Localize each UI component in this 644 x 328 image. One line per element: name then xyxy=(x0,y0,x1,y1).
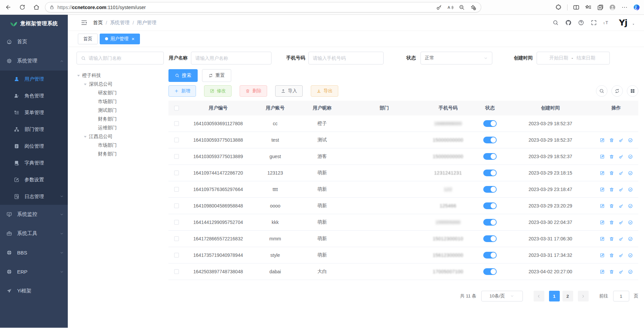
tree-node[interactable]: 江西总公司 xyxy=(77,132,168,141)
delete-icon[interactable] xyxy=(609,187,614,192)
extensions-icon[interactable] xyxy=(555,4,562,11)
status-toggle[interactable] xyxy=(483,235,497,242)
username-input[interactable] xyxy=(195,55,267,61)
date-range-picker[interactable]: 开始日期 - 结束日期 xyxy=(537,52,610,64)
page-button-2[interactable]: 2 xyxy=(562,291,573,301)
tree-node[interactable]: 研发部门 xyxy=(77,89,168,97)
edit-icon[interactable] xyxy=(600,154,605,159)
tree-node[interactable]: 市场部门 xyxy=(77,97,168,106)
reset-password-icon[interactable] xyxy=(618,154,624,159)
refresh-button[interactable] xyxy=(17,2,28,13)
sidebar-item-erp[interactable]: ERP xyxy=(0,262,68,281)
reset-password-icon[interactable] xyxy=(618,220,624,225)
tree-node[interactable]: 财务部门 xyxy=(77,150,168,158)
tab-首页[interactable]: 首页 xyxy=(78,34,98,44)
row-checkbox[interactable] xyxy=(174,269,179,274)
select-all-checkbox[interactable] xyxy=(174,106,179,110)
grid-circle-button[interactable] xyxy=(627,85,638,97)
phone-input[interactable] xyxy=(313,55,379,61)
delete-icon[interactable] xyxy=(609,236,614,241)
reset-password-icon[interactable] xyxy=(618,203,624,208)
sidebar-item-system-management[interactable]: 系统管理 xyxy=(0,51,68,71)
approve-icon[interactable] xyxy=(628,236,633,241)
status-toggle[interactable] xyxy=(483,153,497,160)
page-size-select[interactable]: 10条/页 xyxy=(481,291,523,301)
row-checkbox[interactable] xyxy=(174,220,179,225)
sidebar-item-menu-management[interactable]: 菜单管理 xyxy=(0,104,68,121)
collapse-sidebar-icon[interactable] xyxy=(81,19,88,26)
row-checkbox[interactable] xyxy=(174,236,179,241)
status-toggle[interactable] xyxy=(483,120,497,127)
sidebar-item-yi-framework[interactable]: Yi框架 xyxy=(0,281,68,300)
search-icon[interactable] xyxy=(552,19,559,26)
tree-node[interactable]: 橙子科技 xyxy=(77,71,168,80)
status-toggle[interactable] xyxy=(483,252,497,259)
tree-caret-icon[interactable] xyxy=(84,136,87,138)
approve-icon[interactable] xyxy=(628,253,633,258)
delete-icon[interactable] xyxy=(609,220,614,225)
tree-node[interactable]: 市场部门 xyxy=(77,141,168,150)
user-avatar-logo[interactable]: Yj xyxy=(619,18,627,28)
password-key-icon[interactable] xyxy=(436,4,442,10)
fullscreen-icon[interactable] xyxy=(591,19,597,26)
approve-icon[interactable] xyxy=(628,220,633,225)
reset-password-icon[interactable] xyxy=(618,253,624,258)
edit-icon[interactable] xyxy=(600,253,605,258)
reset-password-icon[interactable] xyxy=(618,187,624,192)
status-toggle[interactable] xyxy=(483,137,497,143)
github-icon[interactable] xyxy=(565,19,572,26)
delete-icon[interactable] xyxy=(609,138,614,143)
status-select[interactable]: 正常 xyxy=(420,52,492,64)
sidebar-item-post-management[interactable]: 岗位管理 xyxy=(0,138,68,154)
delete-icon[interactable] xyxy=(609,154,614,159)
delete-icon[interactable] xyxy=(609,253,614,258)
more-options-icon[interactable] xyxy=(621,4,628,11)
prev-page-button[interactable] xyxy=(534,291,544,301)
edit-icon[interactable] xyxy=(600,236,605,241)
tree-node[interactable]: 测试部门 xyxy=(77,106,168,115)
status-toggle[interactable] xyxy=(483,186,497,193)
profile-avatar-icon[interactable] xyxy=(609,4,616,11)
row-checkbox[interactable] xyxy=(174,171,179,175)
import-button[interactable]: 导入 xyxy=(275,85,303,97)
approve-icon[interactable] xyxy=(628,187,633,192)
edit-icon[interactable] xyxy=(600,171,605,176)
status-toggle[interactable] xyxy=(483,202,497,209)
caretdown[interactable] xyxy=(632,22,635,26)
tab-用户管理[interactable]: 用户管理× xyxy=(100,34,140,44)
approve-icon[interactable] xyxy=(628,138,633,143)
approve-icon[interactable] xyxy=(628,203,633,208)
goto-page-input[interactable] xyxy=(613,291,629,301)
favorites-bar-icon[interactable] xyxy=(585,4,592,11)
add-favorite-icon[interactable] xyxy=(470,4,476,10)
next-page-button[interactable] xyxy=(578,291,589,301)
status-toggle[interactable] xyxy=(483,219,497,226)
edit-icon[interactable] xyxy=(600,203,605,208)
modify-button[interactable]: 修改 xyxy=(204,85,232,97)
edit-icon[interactable] xyxy=(600,187,605,192)
delete-icon[interactable] xyxy=(609,203,614,208)
status-toggle[interactable] xyxy=(483,170,497,176)
copilot-icon[interactable] xyxy=(633,4,640,11)
delete-icon[interactable] xyxy=(609,171,614,176)
sidebar-item-user-management[interactable]: 用户管理 xyxy=(0,71,68,87)
zoom-out-icon[interactable] xyxy=(459,4,465,10)
edit-icon[interactable] xyxy=(600,138,605,143)
read-aloud-icon[interactable]: A xyxy=(447,4,453,10)
reset-password-icon[interactable] xyxy=(618,236,624,241)
search-button[interactable]: 搜索 xyxy=(168,69,198,82)
address-bar[interactable]: https://ccnetcore.com:1101/system/user A xyxy=(45,2,481,12)
dept-search-input[interactable] xyxy=(89,55,159,61)
sidebar-item-dept-management[interactable]: 部门管理 xyxy=(0,121,68,138)
export-button[interactable]: 导出 xyxy=(311,85,338,97)
edit-icon[interactable] xyxy=(600,220,605,225)
back-button[interactable] xyxy=(3,2,13,13)
reset-password-icon[interactable] xyxy=(618,171,624,176)
page-button-1[interactable]: 1 xyxy=(549,291,560,301)
breadcrumb-item[interactable]: 系统管理 xyxy=(110,19,130,26)
tree-caret-icon[interactable] xyxy=(84,84,87,85)
collections-icon[interactable] xyxy=(597,4,604,11)
tree-caret-icon[interactable] xyxy=(77,75,80,77)
edit-icon[interactable] xyxy=(600,269,605,274)
help-icon[interactable] xyxy=(578,19,584,26)
